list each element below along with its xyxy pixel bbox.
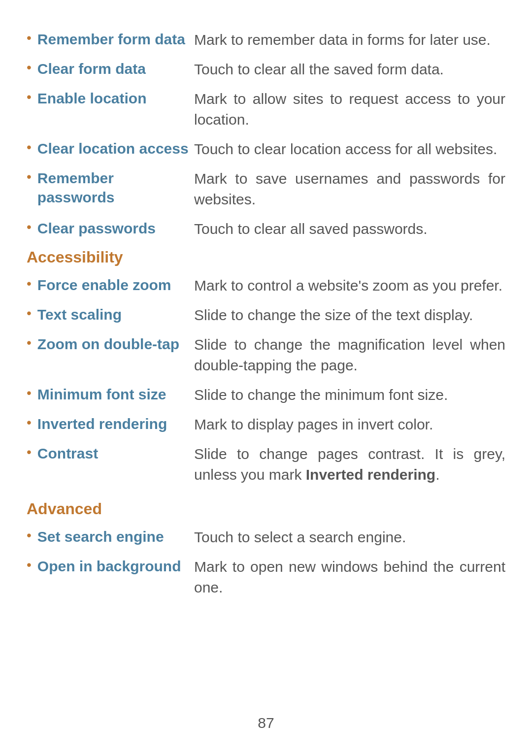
item-left: • Remember form data xyxy=(27,30,194,49)
item-description: Mark to control a website's zoom as you … xyxy=(194,275,505,296)
item-label: Remember form data xyxy=(37,30,185,49)
list-item: • Force enable zoom Mark to control a we… xyxy=(27,275,505,296)
item-left: • Text scaling xyxy=(27,305,194,324)
section-form-location: • Remember form data Mark to remember da… xyxy=(27,30,505,239)
item-label: Clear location access xyxy=(37,139,189,158)
item-left: • Set search engine xyxy=(27,527,194,546)
item-description: Mark to remember data in forms for later… xyxy=(194,30,505,50)
list-item: • Zoom on double-tap Slide to change the… xyxy=(27,334,505,376)
page-content: • Remember form data Mark to remember da… xyxy=(0,0,532,646)
bullet-icon: • xyxy=(27,60,32,75)
contrast-desc-text2: . xyxy=(435,466,439,483)
contrast-description: Slide to change pages contrast. It is gr… xyxy=(194,444,505,485)
section-advanced: • Set search engine Touch to select a se… xyxy=(27,527,505,598)
item-left: • Inverted rendering xyxy=(27,414,194,433)
bullet-icon: • xyxy=(27,140,32,155)
item-label: Inverted rendering xyxy=(37,414,167,433)
bullet-icon: • xyxy=(27,335,32,351)
bullet-icon: • xyxy=(27,276,32,292)
bullet-icon: • xyxy=(27,220,32,235)
item-left: • Enable location xyxy=(27,89,194,108)
item-label: Enable location xyxy=(37,89,147,108)
item-description: Mark to open new windows behind the curr… xyxy=(194,557,505,598)
item-left: • Clear form data xyxy=(27,59,194,78)
item-left: • Force enable zoom xyxy=(27,275,194,295)
bullet-icon: • xyxy=(27,169,32,185)
item-description: Mark to display pages in invert color. xyxy=(194,414,505,435)
bullet-icon: • xyxy=(27,386,32,401)
item-description: Mark to save usernames and passwords for… xyxy=(194,168,505,210)
item-left: • Clear location access xyxy=(27,139,194,158)
item-left: • Contrast xyxy=(27,444,194,463)
list-item: • Text scaling Slide to change the size … xyxy=(27,305,505,326)
item-label: Minimum font size xyxy=(37,385,166,404)
list-item: • Remember form data Mark to remember da… xyxy=(27,30,505,50)
item-label: Zoom on double-tap xyxy=(37,334,179,354)
item-left: • Zoom on double-tap xyxy=(27,334,194,354)
item-left: • Open in background xyxy=(27,557,194,576)
bullet-icon: • xyxy=(27,528,32,543)
item-left: • Remember passwords xyxy=(27,168,194,207)
list-item: • Contrast Slide to change pages contras… xyxy=(27,444,505,485)
item-description: Slide to change the minimum font size. xyxy=(194,385,505,405)
section-accessibility: • Force enable zoom Mark to control a we… xyxy=(27,275,505,485)
bullet-icon: • xyxy=(27,31,32,46)
bullet-icon: • xyxy=(27,90,32,105)
item-description: Touch to clear location access for all w… xyxy=(194,139,505,160)
list-item: • Enable location Mark to allow sites to… xyxy=(27,89,505,130)
item-label: Text scaling xyxy=(37,305,122,324)
list-item: • Clear passwords Touch to clear all sav… xyxy=(27,219,505,239)
bullet-icon: • xyxy=(27,415,32,430)
list-item: • Remember passwords Mark to save userna… xyxy=(27,168,505,210)
list-item: • Set search engine Touch to select a se… xyxy=(27,527,505,548)
advanced-heading: Advanced xyxy=(27,500,505,518)
item-label: Clear form data xyxy=(37,59,146,78)
item-label: Clear passwords xyxy=(37,219,156,238)
item-description: Touch to clear all the saved form data. xyxy=(194,59,505,80)
list-item: • Clear location access Touch to clear l… xyxy=(27,139,505,160)
item-label: Contrast xyxy=(37,444,98,463)
item-label: Set search engine xyxy=(37,527,164,546)
item-description: Touch to clear all saved passwords. xyxy=(194,219,505,239)
bullet-icon: • xyxy=(27,445,32,460)
item-left: • Minimum font size xyxy=(27,385,194,404)
accessibility-heading: Accessibility xyxy=(27,248,505,266)
item-description: Touch to select a search engine. xyxy=(194,527,505,548)
list-item: • Inverted rendering Mark to display pag… xyxy=(27,414,505,435)
list-item: • Minimum font size Slide to change the … xyxy=(27,385,505,405)
bullet-icon: • xyxy=(27,306,32,321)
bullet-icon: • xyxy=(27,558,32,573)
item-description: Slide to change the magnification level … xyxy=(194,334,505,376)
item-left: • Clear passwords xyxy=(27,219,194,238)
list-item: • Clear form data Touch to clear all the… xyxy=(27,59,505,80)
page-number: 87 xyxy=(258,715,274,731)
item-label: Force enable zoom xyxy=(37,275,171,295)
contrast-desc-bold: Inverted rendering xyxy=(306,466,435,483)
list-item: • Open in background Mark to open new wi… xyxy=(27,557,505,598)
item-label: Open in background xyxy=(37,557,181,576)
item-description: Slide to change the size of the text dis… xyxy=(194,305,505,326)
item-description: Mark to allow sites to request access to… xyxy=(194,89,505,130)
item-label: Remember passwords xyxy=(37,168,194,207)
